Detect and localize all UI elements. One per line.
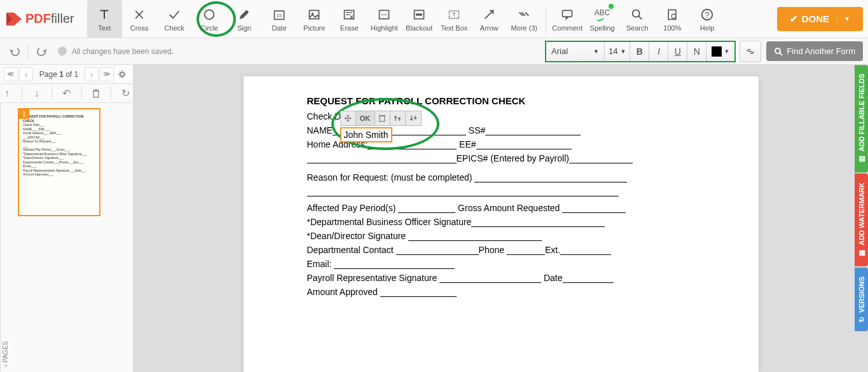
prev-page-button[interactable]: ‹: [19, 67, 33, 81]
highlight-tool-label: Highlight: [371, 24, 398, 32]
doc-title: REQUEST FOR PAYROLL CORRECTION CHECK: [307, 95, 695, 106]
field-label: EPICS# (Entered by Payroll): [457, 153, 569, 163]
spelling-tool[interactable]: ABC Spelling: [585, 0, 620, 38]
rotate-left-button[interactable]: ↶: [59, 84, 73, 103]
saved-message: All changes have been saved.: [57, 46, 174, 57]
font-size-select[interactable]: 14 ▼: [605, 42, 630, 61]
more-icon: [517, 6, 531, 23]
color-button[interactable]: ▼: [706, 42, 734, 61]
watermark-icon: ▦: [857, 249, 865, 258]
versions-button[interactable]: ↻ VERSIONS: [855, 268, 868, 331]
thumb-preview: REQUEST FOR PAYROLL CORRECTION CHECK: [23, 114, 95, 123]
delete-page-button[interactable]: [89, 84, 103, 103]
italic-button[interactable]: I: [649, 42, 668, 61]
circle-icon: [202, 6, 216, 23]
erase-icon: [342, 6, 356, 23]
arrows-down-icon: [409, 114, 418, 122]
thumb-preview-lines: Check Date___NAME___ SS#___Home Address_…: [23, 123, 95, 177]
link-button[interactable]: [740, 41, 761, 62]
font-family-select[interactable]: Arial ▼: [546, 42, 605, 61]
font-name-label: Arial: [551, 46, 568, 56]
circle-tool[interactable]: Circle: [192, 0, 227, 38]
date-tool[interactable]: 15 Date: [262, 0, 297, 38]
page-nav: ≪ ‹ Page 1 of 1 › ≫: [0, 65, 133, 84]
document-page[interactable]: REQUEST FOR PAYROLL CORRECTION CHECK Che…: [244, 76, 759, 372]
field-label: *Dean/Director Signature: [307, 231, 406, 241]
comment-tool[interactable]: Comment: [550, 0, 585, 38]
chevron-down-icon: ▼: [620, 48, 626, 55]
blackout-icon: [412, 6, 426, 23]
underline-button[interactable]: U: [668, 42, 687, 61]
increase-up-button[interactable]: [390, 111, 406, 125]
decrease-down-button[interactable]: [406, 111, 421, 125]
field-label: EE#: [459, 139, 476, 149]
find-form-button[interactable]: Find Another Form: [766, 41, 863, 61]
more-tool[interactable]: More (3): [507, 0, 542, 38]
left-panel: ≪ ‹ Page 1 of 1 › ≫ ↑ ↓ ↶ ↻: [0, 65, 134, 372]
text-tool[interactable]: Text: [87, 0, 122, 38]
last-page-button[interactable]: ≫: [100, 67, 114, 81]
chevron-down-icon: ▼: [724, 48, 729, 55]
check-tool[interactable]: Check: [157, 0, 192, 38]
add-watermark-button[interactable]: ▦ ADD WATERMARK: [855, 174, 868, 266]
page-of: of: [64, 70, 74, 79]
thumb-number: 1: [19, 109, 29, 119]
rail-label: VERSIONS: [858, 277, 865, 313]
pages-label-text: PAGES: [2, 341, 9, 362]
first-page-button[interactable]: ≪: [4, 67, 18, 81]
logo[interactable]: PDFfiller: [5, 11, 74, 27]
svg-point-13: [633, 10, 640, 17]
normal-button[interactable]: N: [687, 42, 706, 61]
help-tool[interactable]: ? Help: [690, 0, 725, 38]
sign-tool[interactable]: Sign: [227, 0, 262, 38]
settings-button[interactable]: [115, 67, 129, 81]
pages-tab[interactable]: ‹ PAGES: [0, 103, 10, 372]
doc-line: *Dean/Director Signature: [307, 231, 695, 241]
rail-label: ADD WATERMARK: [858, 183, 865, 245]
zoom-tool[interactable]: 100%: [655, 0, 690, 38]
toolbar-divider: [546, 7, 546, 36]
ok-button[interactable]: OK: [356, 111, 375, 125]
cross-tool-label: Cross: [130, 24, 149, 32]
arrow-tool[interactable]: Arrow: [472, 0, 507, 38]
highlight-tool[interactable]: Highlight: [367, 0, 402, 38]
textbox-icon: T: [447, 6, 461, 23]
zoom-icon: [666, 6, 679, 23]
move-up-button[interactable]: ↑: [0, 84, 14, 103]
done-button[interactable]: ✔ DONE ▼: [777, 7, 863, 31]
add-fillable-fields-button[interactable]: ▤ ADD FILLABLE FIELDS: [855, 65, 868, 172]
canvas-area[interactable]: REQUEST FOR PAYROLL CORRECTION CHECK Che…: [134, 65, 868, 372]
text-input[interactable]: John Smith: [340, 127, 392, 142]
undo-button[interactable]: [5, 42, 25, 61]
field-label: Check D: [307, 111, 341, 121]
separator: [111, 86, 111, 101]
blackout-tool-label: Blackout: [406, 24, 432, 32]
rail-label: ADD FILLABLE FIELDS: [858, 74, 865, 151]
field-label: Reason for Request: (must be completed): [307, 172, 472, 183]
redo-button[interactable]: [31, 42, 52, 61]
done-label: DONE: [802, 13, 829, 24]
thumbnail-area: ‹ PAGES 1 REQUEST FOR PAYROLL CORRECTION…: [0, 103, 133, 372]
erase-tool[interactable]: Erase: [332, 0, 367, 38]
page-thumbnail[interactable]: 1 REQUEST FOR PAYROLL CORRECTION CHECK C…: [18, 108, 100, 216]
search-tool[interactable]: Search: [620, 0, 655, 38]
doc-line: Amount Approved: [307, 287, 695, 297]
separator: [22, 86, 22, 101]
help-tool-label: Help: [700, 24, 715, 32]
cross-tool[interactable]: Cross: [122, 0, 157, 38]
rotate-right-button[interactable]: ↻: [119, 84, 133, 103]
svg-rect-12: [563, 10, 572, 17]
bold-button[interactable]: B: [630, 42, 649, 61]
chevron-down-icon: ▼: [837, 15, 850, 22]
saved-text: All changes have been saved.: [72, 47, 174, 56]
textbox-tool[interactable]: T Text Box: [437, 0, 472, 38]
help-icon: ?: [700, 6, 714, 23]
field-label: Gross Amount Requested: [458, 203, 560, 213]
next-page-button[interactable]: ›: [85, 67, 99, 81]
delete-button[interactable]: [375, 111, 390, 125]
move-handle[interactable]: [341, 111, 356, 125]
picture-tool[interactable]: Picture: [297, 0, 332, 38]
blackout-tool[interactable]: Blackout: [402, 0, 437, 38]
move-down-button[interactable]: ↓: [30, 84, 44, 103]
speech-bubble-icon: [57, 46, 68, 57]
